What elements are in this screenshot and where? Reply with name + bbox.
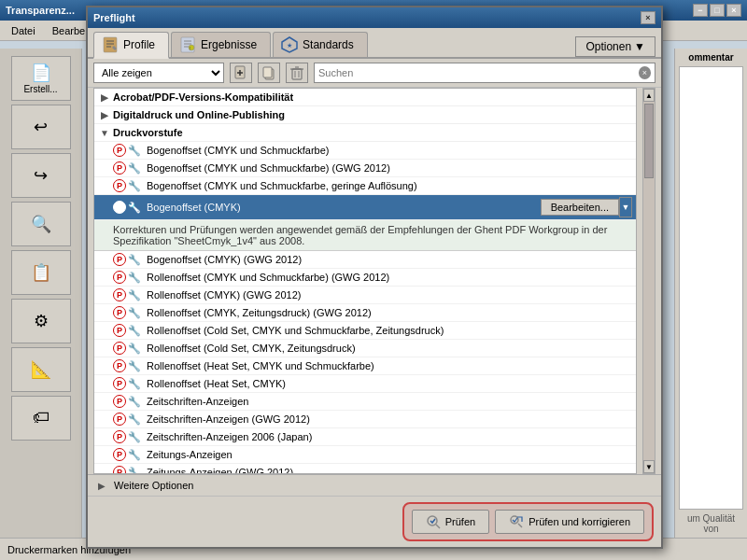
tool-btn-1[interactable]: ↩ xyxy=(11,105,71,149)
item-label: Rollenoffset (CMYK und Schmuckfarbe) (GW… xyxy=(147,272,389,283)
tool-btn-5[interactable]: ⚙ xyxy=(11,299,71,343)
category-digitaldruck[interactable]: ▶ Digitaldruck und Online-Publishing xyxy=(94,106,636,124)
list-item[interactable]: P 🔧 Rollenoffset (CMYK) (GWG 2012) xyxy=(94,287,636,304)
list-item[interactable]: P 🔧 Bogenoffset (CMYK und Schmuckfarbe, … xyxy=(94,177,636,195)
tool-btn-2[interactable]: ↪ xyxy=(11,153,71,198)
weitere-optionen-row[interactable]: ▶ Weitere Optionen xyxy=(88,475,661,497)
filter-select[interactable]: Alle zeigen xyxy=(93,63,224,83)
list-content: ▶ Acrobat/PDF-Versions-Kompatibilität ▶ … xyxy=(93,88,637,474)
profile-circle-icon: P xyxy=(113,271,126,284)
tool-btn-4[interactable]: 📋 xyxy=(11,250,71,295)
new-profile-btn[interactable] xyxy=(230,63,252,83)
profile-circle-icon: P xyxy=(113,179,126,192)
profile-tab-icon xyxy=(102,36,119,53)
item-icons: P 🔧 xyxy=(113,324,141,337)
maximize-btn[interactable]: □ xyxy=(710,4,725,17)
tabs-bar: Profile ! Ergebnisse ★ Stand xyxy=(88,28,661,59)
list-item[interactable]: P 🔧 Bogenoffset (CMYK) (GWG 2012) xyxy=(94,251,636,269)
options-button[interactable]: Optionen ▼ xyxy=(575,36,655,57)
profile-circle-icon: P xyxy=(113,253,126,266)
standards-tab-icon: ★ xyxy=(281,36,298,53)
wrench-icon: 🔧 xyxy=(128,179,141,192)
list-item[interactable]: P 🔧 Rollenoffset (Cold Set, CMYK, Zeitun… xyxy=(94,340,636,357)
tab-standards[interactable]: ★ Standards xyxy=(273,32,368,57)
item-label: Rollenoffset (Cold Set, CMYK und Schmuck… xyxy=(147,325,444,336)
dialog-close-btn[interactable]: × xyxy=(641,11,655,24)
scroll-thumb[interactable] xyxy=(644,104,654,178)
search-clear-btn[interactable]: × xyxy=(639,66,651,79)
tab-ergebnisse[interactable]: ! Ergebnisse xyxy=(171,32,271,57)
item-label: Rollenoffset (CMYK) (GWG 2012) xyxy=(147,289,301,301)
list-item[interactable]: P 🔧 Rollenoffset (Heat Set, CMYK) xyxy=(94,375,636,393)
profile-circle-icon: P xyxy=(113,395,126,408)
pruefen-icon xyxy=(426,514,441,529)
druckvorstufe-arrow-icon: ▼ xyxy=(98,126,111,139)
pruefen-button[interactable]: Prüfen xyxy=(412,510,489,534)
dialog-footer: ▶ Weitere Optionen Prüfen xyxy=(88,474,661,547)
minimize-btn[interactable]: − xyxy=(693,4,708,17)
erstell-icon: 📄 xyxy=(31,63,51,83)
list-scrollbar: ▲ ▼ xyxy=(642,88,655,474)
profile-circle-icon: P xyxy=(113,324,126,337)
wrench-icon: 🔧 xyxy=(128,448,141,461)
category-digitaldruck-label: Digitaldruck und Online-Publishing xyxy=(113,109,285,120)
item-icons: P 🔧 xyxy=(113,179,141,192)
item-icons: P 🔧 xyxy=(113,201,141,214)
item-label: Bogenoffset (CMYK und Schmuckfarbe, geri… xyxy=(147,180,417,191)
list-container: ▶ Acrobat/PDF-Versions-Kompatibilität ▶ … xyxy=(88,88,661,474)
wrench-icon: 🔧 xyxy=(128,201,141,214)
list-item[interactable]: P 🔧 Rollenoffset (CMYK und Schmuckfarbe)… xyxy=(94,269,636,287)
delete-btn[interactable] xyxy=(286,63,308,83)
category-acrobat-label: Acrobat/PDF-Versions-Kompatibilität xyxy=(113,91,293,103)
list-item[interactable]: P 🔧 Zeitungs-Anzeigen (GWG 2012) xyxy=(94,464,636,474)
options-arrow-icon: ▼ xyxy=(634,40,645,53)
item-icons: P 🔧 xyxy=(113,161,141,175)
search-input[interactable] xyxy=(318,67,639,78)
quality-text: um Qualität von xyxy=(679,513,743,534)
list-item[interactable]: P 🔧 Zeitschriften-Anzeigen (GWG 2012) xyxy=(94,411,636,428)
action-buttons-row: Prüfen Prüfen und korrigieren xyxy=(88,497,661,547)
list-item[interactable]: P 🔧 Zeitschriften-Anzeigen 2006 (Japan) xyxy=(94,428,636,446)
scroll-up-btn[interactable]: ▲ xyxy=(643,89,655,102)
list-item[interactable]: P 🔧 Rollenoffset (CMYK, Zeitungsdruck) (… xyxy=(94,304,636,322)
profile-circle-icon: P xyxy=(113,430,126,443)
svg-text:!: ! xyxy=(190,46,190,51)
tab-profile-label: Profile xyxy=(123,38,155,51)
category-acrobat[interactable]: ▶ Acrobat/PDF-Versions-Kompatibilität xyxy=(94,89,636,106)
tool-icon-1: ↩ xyxy=(34,117,48,137)
selected-list-item[interactable]: P 🔧 Bogenoffset (CMYK) Bearbeiten... ▼ xyxy=(94,195,636,220)
list-item[interactable]: P 🔧 Zeitschriften-Anzeigen xyxy=(94,393,636,411)
pruefen-korrigieren-button[interactable]: Prüfen und korrigieren xyxy=(495,510,644,534)
dialog-titlebar-buttons: × xyxy=(641,11,655,24)
weitere-optionen-label: Weitere Optionen xyxy=(114,480,193,491)
tool-icon-7: 🏷 xyxy=(33,408,49,427)
scroll-track[interactable] xyxy=(643,102,655,460)
profile-circle-icon: P xyxy=(113,144,126,157)
list-item[interactable]: P 🔧 Rollenoffset (Heat Set, CMYK und Sch… xyxy=(94,357,636,375)
tool-btn-7[interactable]: 🏷 xyxy=(11,396,71,441)
item-icons: P 🔧 xyxy=(113,377,141,390)
duplicate-btn[interactable] xyxy=(258,63,280,83)
tool-btn-3[interactable]: 🔍 xyxy=(11,202,71,246)
weitere-arrow-icon: ▶ xyxy=(95,479,108,492)
list-item[interactable]: P 🔧 Rollenoffset (Cold Set, CMYK und Sch… xyxy=(94,322,636,340)
close-btn[interactable]: × xyxy=(726,4,741,17)
pruefen-korrigieren-icon xyxy=(509,514,524,529)
erstell-btn[interactable]: 📄 Erstell... xyxy=(11,56,71,101)
list-item[interactable]: P 🔧 Bogenoffset (CMYK und Schmuckfarbe) … xyxy=(94,160,636,177)
profile-circle-icon: P xyxy=(113,448,126,461)
scroll-down-btn[interactable]: ▼ xyxy=(643,460,655,473)
svg-point-10 xyxy=(428,516,437,525)
item-icons: P 🔧 xyxy=(113,430,141,443)
wrench-icon: 🔧 xyxy=(128,430,141,443)
menu-datei[interactable]: Datei xyxy=(4,23,43,38)
category-druckvorstufe[interactable]: ▼ Druckvorstufe xyxy=(94,124,636,142)
wrench-icon: 🔧 xyxy=(128,466,141,474)
tab-profile[interactable]: Profile xyxy=(93,32,169,59)
list-item[interactable]: P 🔧 Zeitungs-Anzeigen xyxy=(94,446,636,464)
bearbeiten-arrow-btn[interactable]: ▼ xyxy=(619,197,632,217)
tool-btn-6[interactable]: 📐 xyxy=(11,347,71,392)
wrench-icon: 🔧 xyxy=(128,413,141,426)
list-item[interactable]: P 🔧 Bogenoffset (CMYK und Schmuckfarbe) xyxy=(94,142,636,160)
bearbeiten-button[interactable]: Bearbeiten... xyxy=(541,199,619,216)
